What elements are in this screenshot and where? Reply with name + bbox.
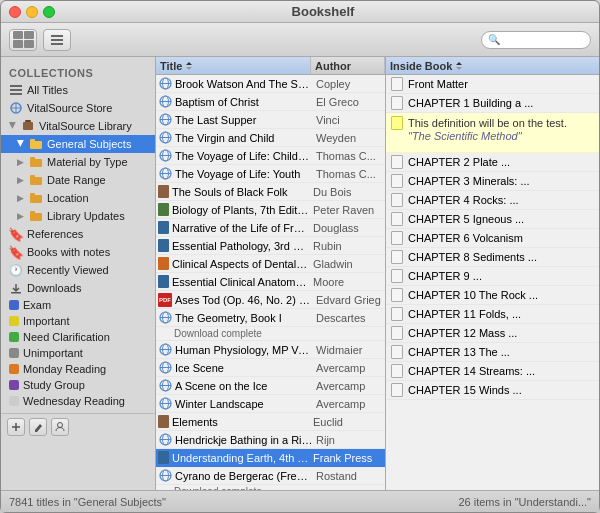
sidebar-item-general-subjects[interactable]: ▶ General Subjects <box>1 135 155 153</box>
book-author: Weyden <box>313 132 383 144</box>
view-list-button[interactable] <box>9 29 37 51</box>
book-row[interactable]: PDFAses Tod (Op. 46, No. 2) {midi}Edvard… <box>156 291 385 309</box>
doc-icon <box>390 77 404 91</box>
view-grid-button[interactable] <box>43 29 71 51</box>
book-row[interactable]: Hendrickje Bathing in a RiverRijn <box>156 431 385 449</box>
col-author-header[interactable]: Author <box>311 57 385 74</box>
svg-rect-13 <box>30 159 42 167</box>
inside-book-col-header[interactable]: Inside Book <box>386 57 599 74</box>
inside-book-row[interactable]: CHAPTER 10 The Rock ... <box>386 286 599 305</box>
content-area: Collections All Titles VitalSource Store… <box>1 57 599 490</box>
inside-book-row[interactable]: CHAPTER 4 Rocks: ... <box>386 191 599 210</box>
sidebar-item-material-by-type[interactable]: ▶ Material by Type <box>1 153 155 171</box>
inside-item-label: CHAPTER 3 Minerals: ... <box>408 175 595 187</box>
expand-icon: ▶ <box>17 211 25 221</box>
sidebar-item-unimportant[interactable]: Unimportant <box>1 345 155 361</box>
sidebar-label: Wednesday Reading <box>23 395 125 407</box>
book-row[interactable]: The Virgin and ChildWeyden <box>156 129 385 147</box>
book-row[interactable]: Essential Pathology, 3rd EditionRubin <box>156 237 385 255</box>
book-row[interactable]: The Geometry, Book IDescartes <box>156 309 385 327</box>
book-row[interactable]: Understanding Earth, 4th EditionFrank Pr… <box>156 449 385 467</box>
inside-book-row[interactable]: CHAPTER 6 Volcanism <box>386 229 599 248</box>
expand-icon: ▶ <box>8 122 18 130</box>
col-title-header[interactable]: Title <box>156 57 311 74</box>
sidebar-label: Unimportant <box>23 347 83 359</box>
svg-rect-18 <box>30 193 35 196</box>
book-row[interactable]: The Voyage of Life: ChildhoodThomas C... <box>156 147 385 165</box>
pdf-icon: PDF <box>158 293 172 307</box>
book-author: Edvard Grieg <box>313 294 383 306</box>
inside-book-row[interactable]: This definition will be on the test."The… <box>386 113 599 153</box>
sidebar-item-vs-store[interactable]: VitalSource Store <box>1 99 155 117</box>
inside-book-row[interactable]: CHAPTER 14 Streams: ... <box>386 362 599 381</box>
book-row[interactable]: Narrative of the Life of Frederick Dou..… <box>156 219 385 237</box>
inside-book-row[interactable]: CHAPTER 1 Building a ... <box>386 94 599 113</box>
book-row[interactable]: Biology of Plants, 7th EditionPeter Rave… <box>156 201 385 219</box>
status-right: 26 items in "Understandi..." <box>458 496 591 508</box>
book-row[interactable]: Winter LandscapeAvercamp <box>156 395 385 413</box>
book-author: Rijn <box>313 434 383 446</box>
book-author: Avercamp <box>313 362 383 374</box>
grid-icon <box>50 33 64 47</box>
inside-book-row[interactable]: CHAPTER 15 Winds ... <box>386 381 599 400</box>
sidebar-item-all-titles[interactable]: All Titles <box>1 81 155 99</box>
sidebar-item-exam[interactable]: Exam <box>1 297 155 313</box>
doc-icon <box>390 231 404 245</box>
sidebar-item-location[interactable]: ▶ Location <box>1 189 155 207</box>
inside-book-row[interactable]: CHAPTER 8 Sediments ... <box>386 248 599 267</box>
sidebar-item-recently-viewed[interactable]: 🕐 Recently Viewed <box>1 261 155 279</box>
book-row[interactable]: A Scene on the IceAvercamp <box>156 377 385 395</box>
inside-book-row[interactable]: Front Matter <box>386 75 599 94</box>
inside-book-row[interactable]: CHAPTER 12 Mass ... <box>386 324 599 343</box>
inside-book-row[interactable]: CHAPTER 5 Igneous ... <box>386 210 599 229</box>
svg-rect-11 <box>30 141 42 149</box>
user-button[interactable] <box>51 418 69 436</box>
sidebar-item-monday-reading[interactable]: Monday Reading <box>1 361 155 377</box>
svg-rect-1 <box>51 39 63 41</box>
sidebar-item-downloads[interactable]: Downloads <box>1 279 155 297</box>
book-row[interactable]: The Souls of Black FolkDu Bois <box>156 183 385 201</box>
book-author: Vinci <box>313 114 383 126</box>
edit-button[interactable] <box>29 418 47 436</box>
book-orange-icon <box>158 257 169 270</box>
book-row[interactable]: Baptism of ChristEl Greco <box>156 93 385 111</box>
book-title: Narrative of the Life of Frederick Dou..… <box>172 222 310 234</box>
book-row[interactable]: Ice SceneAvercamp <box>156 359 385 377</box>
book-row[interactable]: Cyrano de Bergerac (French edition)Rosta… <box>156 467 385 485</box>
book-row[interactable]: Brook Watson And The SharkCopley <box>156 75 385 93</box>
store-icon <box>9 101 23 115</box>
download-icon <box>9 281 23 295</box>
sidebar-item-books-with-notes[interactable]: 🔖 Books with notes <box>1 243 155 261</box>
close-button[interactable] <box>9 6 21 18</box>
maximize-button[interactable] <box>43 6 55 18</box>
sidebar-item-wednesday-reading[interactable]: Wednesday Reading <box>1 393 155 409</box>
book-row[interactable]: Clinical Aspects of Dental Materials, ..… <box>156 255 385 273</box>
inside-book-row[interactable]: CHAPTER 3 Minerals: ... <box>386 172 599 191</box>
minimize-button[interactable] <box>26 6 38 18</box>
folder-icon <box>29 155 43 169</box>
sidebar-item-important[interactable]: Important <box>1 313 155 329</box>
book-row[interactable]: The Voyage of Life: YouthThomas C... <box>156 165 385 183</box>
bookmark-red-icon: 🔖 <box>9 227 23 241</box>
book-row[interactable]: Essential Clinical Anatomy, 2nd EditionM… <box>156 273 385 291</box>
inside-book-row[interactable]: CHAPTER 9 ... <box>386 267 599 286</box>
sidebar-label: Recently Viewed <box>27 264 109 276</box>
add-button[interactable] <box>7 418 25 436</box>
inside-item-label: CHAPTER 6 Volcanism <box>408 232 595 244</box>
expand-icon: ▶ <box>17 193 25 203</box>
inside-book-row[interactable]: CHAPTER 13 The ... <box>386 343 599 362</box>
inside-book-row[interactable]: CHAPTER 2 Plate ... <box>386 153 599 172</box>
sidebar-item-study-group[interactable]: Study Group <box>1 377 155 393</box>
sidebar-item-date-range[interactable]: ▶ Date Range <box>1 171 155 189</box>
book-row[interactable]: Human Physiology, MP Vander al's...Widma… <box>156 341 385 359</box>
inside-book-row[interactable]: CHAPTER 11 Folds, ... <box>386 305 599 324</box>
sidebar-item-library-updates[interactable]: ▶ Library Updates <box>1 207 155 225</box>
sidebar-item-references[interactable]: 🔖 References <box>1 225 155 243</box>
sidebar-item-need-clarification[interactable]: Need Clarification <box>1 329 155 345</box>
color-dot-orange <box>9 364 19 374</box>
book-title: The Voyage of Life: Youth <box>175 168 313 180</box>
book-row[interactable]: The Last SupperVinci <box>156 111 385 129</box>
sidebar-item-vs-library[interactable]: ▶ VitalSource Library <box>1 117 155 135</box>
search-box[interactable]: 🔍 <box>481 31 591 49</box>
book-row[interactable]: ElementsEuclid <box>156 413 385 431</box>
